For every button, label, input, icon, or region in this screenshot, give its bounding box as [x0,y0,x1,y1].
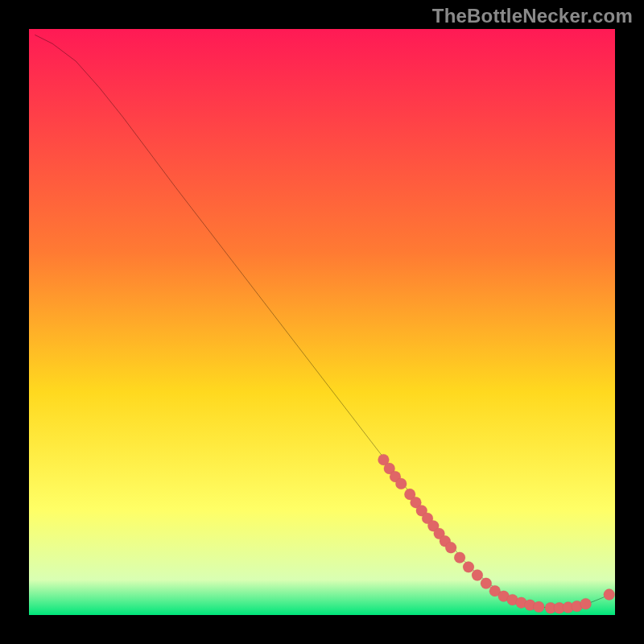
gradient-background [29,29,615,615]
data-marker [604,589,615,601]
data-marker [472,570,483,581]
chart-plot-area [29,29,615,615]
data-marker [481,578,492,589]
data-marker [463,561,474,572]
data-marker [533,601,544,613]
watermark-label: TheBottleNecker.com [432,5,633,27]
data-marker [580,598,592,609]
data-marker [395,478,407,489]
chart-stage: TheBottleNecker.com [0,0,644,644]
data-marker [454,552,465,564]
chart-svg [29,29,615,615]
data-marker [445,542,456,553]
